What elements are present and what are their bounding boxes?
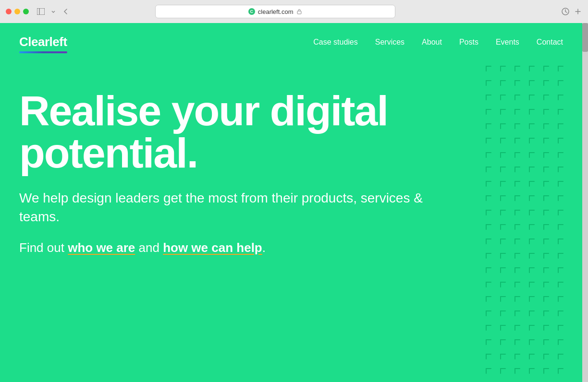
site-favicon: C <box>248 8 255 15</box>
svg-rect-0 <box>37 8 45 15</box>
minimize-button[interactable] <box>14 9 20 14</box>
cta-suffix: . <box>262 240 266 255</box>
svg-rect-2 <box>297 11 301 14</box>
hero-title: Realise your digital potential. <box>19 90 413 174</box>
how-we-can-help-link[interactable]: how we can help <box>163 240 262 255</box>
browser-right-controls <box>561 7 582 16</box>
hero-section: Realise your digital potential. We help … <box>0 61 582 275</box>
extensions-icon[interactable] <box>561 7 570 16</box>
nav-link-contact[interactable]: Contact <box>537 38 563 47</box>
hero-subtitle: We help design leaders get the most from… <box>19 189 452 226</box>
nav-link-services[interactable]: Services <box>375 38 404 47</box>
add-tab-icon[interactable] <box>574 7 582 16</box>
browser-chrome: C clearleft.com <box>0 0 588 23</box>
nav-links: Case studies Services About Posts Events… <box>313 38 563 47</box>
cta-prefix: Find out <box>19 240 68 255</box>
nav-link-case-studies[interactable]: Case studies <box>313 38 358 47</box>
navigation: Clearleft Case studies Services About Po… <box>0 23 582 61</box>
url-text: clearleft.com <box>258 8 294 15</box>
nav-link-posts[interactable]: Posts <box>459 38 478 47</box>
address-bar[interactable]: C clearleft.com <box>155 5 395 18</box>
scrollbar[interactable] <box>582 23 588 382</box>
close-button[interactable] <box>6 9 12 14</box>
sidebar-toggle-icon[interactable] <box>37 7 45 16</box>
chevron-down-icon[interactable] <box>49 7 58 16</box>
nav-link-events[interactable]: Events <box>496 38 519 47</box>
back-icon[interactable] <box>61 7 70 16</box>
cta-middle: and <box>135 240 163 255</box>
traffic-lights <box>6 9 29 14</box>
site-logo[interactable]: Clearleft <box>19 35 67 49</box>
hero-cta: Find out who we are and how we can help. <box>19 240 452 255</box>
fullscreen-button[interactable] <box>23 9 29 14</box>
lock-icon <box>296 9 302 14</box>
nav-link-about[interactable]: About <box>422 38 442 47</box>
browser-controls <box>37 7 70 16</box>
website-content: Clearleft Case studies Services About Po… <box>0 23 582 382</box>
who-we-are-link[interactable]: who we are <box>68 240 135 255</box>
scrollbar-thumb[interactable] <box>582 23 588 52</box>
